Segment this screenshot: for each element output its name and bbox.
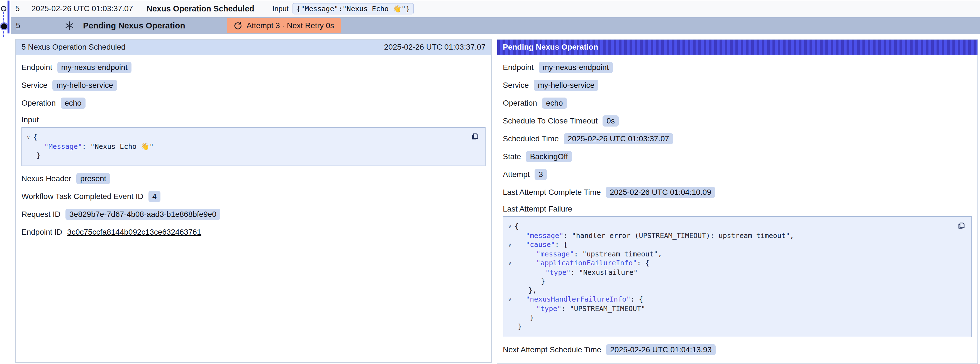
json-line: ∨"cause": { [505, 240, 955, 250]
json-line-gutter [505, 286, 514, 295]
scheduled-panel-title: 5 Nexus Operation Scheduled [21, 43, 126, 51]
field-label: Operation [503, 99, 537, 108]
json-line-gutter [505, 304, 514, 313]
json-line: } [505, 277, 955, 286]
field-row: Attempt3 [503, 169, 972, 180]
field-label: Next Attempt Schedule Time [503, 345, 601, 354]
copy-button[interactable] [470, 132, 480, 142]
pending-panel-title: Pending Nexus Operation [503, 43, 598, 51]
collapse-chevron-icon[interactable]: ∨ [505, 240, 514, 250]
field-row: Servicemy-hello-service [21, 80, 485, 91]
field-row: Nexus Headerpresent [21, 173, 485, 184]
json-line: }, [505, 286, 955, 295]
retry-icon [234, 21, 242, 30]
json-line: "message": "handler error (UPSTREAM_TIME… [505, 231, 955, 240]
field-value-badge: 0s [603, 115, 619, 126]
field-label: State [503, 152, 521, 161]
field-value-badge: my-hello-service [534, 80, 598, 91]
field-value-badge: echo [542, 97, 567, 109]
copy-icon [470, 132, 480, 142]
scheduled-panel-header: 5 Nexus Operation Scheduled 2025-02-26 U… [16, 40, 491, 54]
event-row-pending-nexus-operation[interactable]: 5 Pending Nexus Operation Attempt 3 · Ne… [11, 17, 980, 34]
retry-status-badge: Attempt 3 · Next Retry 0s [227, 18, 341, 33]
field-row: Operationecho [503, 97, 972, 109]
json-line-gutter [24, 142, 33, 151]
input-json-viewer: ∨{"Message": "Nexus Echo 👋"} [21, 127, 485, 166]
event-input-label: Input [272, 5, 289, 13]
field-label: Endpoint ID [21, 228, 62, 236]
field-value-badge: 2025-02-26 UTC 01:04:10.09 [606, 187, 715, 198]
last-attempt-failure-label: Last Attempt Failure [503, 204, 972, 214]
field-label: Operation [21, 99, 56, 108]
collapse-chevron-icon[interactable]: ∨ [505, 259, 514, 268]
event-title: Nexus Operation Scheduled [146, 4, 255, 13]
field-label: Request ID [21, 210, 60, 219]
field-value-badge: my-nexus-endpoint [57, 62, 132, 73]
event-id-link[interactable]: 5 [15, 4, 20, 13]
field-label: Service [503, 81, 529, 90]
json-line: ∨"applicationFailureInfo": { [505, 259, 955, 268]
active-event-group-bar [8, 0, 10, 34]
asterisk-pending-icon [65, 21, 74, 30]
field-value-badge: my-nexus-endpoint [539, 62, 613, 73]
field-value-badge: 3 [535, 169, 547, 180]
field-label: Last Attempt Complete Time [503, 188, 601, 197]
scheduled-panel-time: 2025-02-26 UTC 01:03:37.07 [384, 43, 485, 51]
json-line-gutter [505, 322, 514, 331]
field-row: Endpoint ID3c0c75ccfa8144b092c13ce632463… [21, 226, 485, 238]
collapse-chevron-icon[interactable]: ∨ [24, 133, 33, 142]
json-line: ∨{ [505, 222, 955, 231]
json-line-gutter [505, 313, 514, 322]
field-value-badge: BackingOff [526, 151, 572, 162]
event-id-link[interactable]: 5 [16, 21, 20, 30]
field-value-badge: my-hello-service [52, 80, 117, 91]
field-value-badge: 2025-02-26 UTC 01:04:13.93 [606, 344, 715, 355]
field-label: Schedule To Close Timeout [503, 117, 598, 125]
timeline-node-selected-icon [1, 23, 7, 29]
collapse-chevron-icon[interactable]: ∨ [505, 295, 514, 304]
field-row: Request ID3e829b7e-7d67-4b08-aad3-b1e868… [21, 209, 485, 220]
event-detail-panel-scheduled: 5 Nexus Operation Scheduled 2025-02-26 U… [15, 39, 492, 363]
field-row: Workflow Task Completed Event ID4 [21, 191, 485, 202]
field-row: Operationecho [21, 97, 485, 109]
field-value-badge: 4 [148, 191, 161, 202]
timeline-node-open-icon [1, 6, 6, 11]
field-label: Workflow Task Completed Event ID [21, 192, 143, 201]
json-line: ∨{ [24, 133, 468, 142]
field-row: Last Attempt Complete Time2025-02-26 UTC… [503, 187, 972, 198]
collapse-chevron-icon[interactable]: ∨ [505, 222, 514, 231]
event-timestamp: 2025-02-26 UTC 01:03:37.07 [32, 4, 133, 13]
field-label: Scheduled Time [503, 134, 559, 143]
json-line: } [505, 322, 955, 331]
field-value-badge: echo [61, 97, 86, 109]
json-line: } [505, 313, 955, 322]
input-section-label: Input [21, 115, 485, 124]
pending-panel-header: Pending Nexus Operation [497, 40, 977, 54]
copy-button[interactable] [956, 221, 967, 231]
retry-badge-label: Attempt 3 · Next Retry 0s [247, 21, 334, 30]
field-row: Endpointmy-nexus-endpoint [503, 62, 972, 73]
field-label: Attempt [503, 170, 530, 179]
json-line-gutter [24, 151, 33, 160]
failure-json-viewer: ∨{"message": "handler error (UPSTREAM_TI… [503, 216, 972, 337]
json-line: "Message": "Nexus Echo 👋" [24, 142, 468, 151]
field-value-badge: 3e829b7e-7d67-4b08-aad3-b1e868bfe9e0 [65, 209, 220, 220]
field-row: StateBackingOff [503, 151, 972, 162]
event-row-nexus-operation-scheduled[interactable]: 5 2025-02-26 UTC 01:03:37.07 Nexus Opera… [11, 0, 980, 17]
copy-icon [956, 221, 967, 231]
field-value-link[interactable]: 3c0c75ccfa8144b092c13ce632463761 [67, 228, 201, 236]
field-row: Endpointmy-nexus-endpoint [21, 62, 485, 73]
field-row: Scheduled Time2025-02-26 UTC 01:03:37.07 [503, 133, 972, 144]
field-label: Endpoint [21, 63, 52, 72]
field-row: Next Attempt Schedule Time 2025-02-26 UT… [503, 344, 972, 355]
json-line: "type": "NexusFailure" [505, 268, 955, 277]
json-line-gutter [505, 250, 514, 259]
field-value-badge: 2025-02-26 UTC 01:03:37.07 [564, 133, 673, 144]
field-label: Nexus Header [21, 174, 71, 183]
json-line: ∨"nexusHandlerFailureInfo": { [505, 295, 955, 304]
field-row: Schedule To Close Timeout0s [503, 115, 972, 126]
field-value-badge: present [76, 173, 110, 184]
field-row: Servicemy-hello-service [503, 80, 972, 91]
event-title: Pending Nexus Operation [83, 21, 185, 30]
pending-operation-panel: Pending Nexus Operation Endpointmy-nexus… [497, 39, 978, 364]
